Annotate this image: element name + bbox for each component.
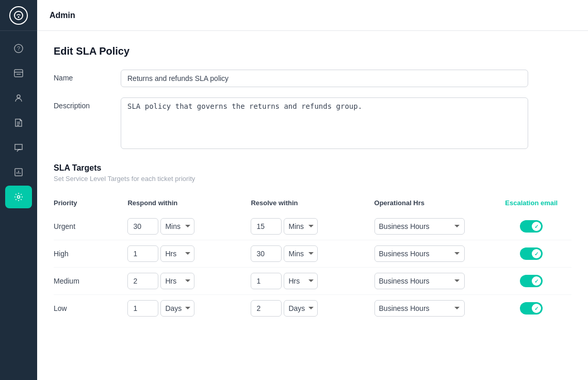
- priority-cell: Medium: [54, 268, 127, 295]
- svg-text:?: ?: [17, 45, 20, 52]
- svg-point-7: [18, 196, 20, 199]
- toggle-knob: ✓: [532, 276, 541, 286]
- escalation-cell: ✓: [498, 268, 571, 295]
- resolve-cell: MinsHrsDays: [251, 295, 374, 322]
- sidebar-navigation: ?: [5, 31, 32, 380]
- svg-rect-4: [14, 70, 23, 77]
- resolve-unit-select-medium[interactable]: MinsHrsDays: [284, 273, 318, 289]
- resolve-value-input-low[interactable]: [251, 300, 282, 317]
- escalation-cell: ✓: [498, 295, 571, 322]
- sidebar-item-settings[interactable]: [5, 186, 32, 208]
- svg-point-1: [18, 16, 20, 18]
- content-area: Edit SLA Policy Name Description SLA pol…: [37, 31, 588, 380]
- priority-cell: High: [54, 240, 127, 268]
- sidebar-logo: [0, 0, 37, 31]
- respond-value-input-low[interactable]: [127, 300, 158, 317]
- respond-unit-select-urgent[interactable]: MinsHrsDays: [160, 218, 194, 235]
- resolve-cell: MinsHrsDays: [251, 240, 374, 268]
- resolve-value-input-high[interactable]: [251, 245, 282, 262]
- sidebar-item-help[interactable]: ?: [5, 37, 32, 60]
- col-priority: Priority: [54, 195, 127, 213]
- escalation-cell: ✓: [498, 240, 571, 268]
- name-input[interactable]: [121, 70, 528, 87]
- resolve-cell: MinsHrsDays: [251, 268, 374, 295]
- svg-point-5: [17, 95, 20, 98]
- toggle-knob: ✓: [532, 249, 541, 258]
- respond-value-input-high[interactable]: [127, 245, 158, 262]
- name-label: Name: [54, 70, 121, 82]
- name-field-group: Name: [54, 70, 571, 87]
- ops-hrs-cell: Business HoursCalendar Hours: [374, 295, 498, 322]
- ops-hrs-select-urgent[interactable]: Business HoursCalendar Hours: [374, 218, 465, 235]
- toggle-checkmark-icon: ✓: [534, 278, 538, 284]
- respond-cell: MinsHrsDays: [127, 213, 251, 240]
- resolve-value-input-urgent[interactable]: [251, 218, 282, 235]
- ops-hrs-cell: Business HoursCalendar Hours: [374, 240, 498, 268]
- toggle-checkmark-icon: ✓: [534, 306, 538, 311]
- col-escalation: Escalation email: [498, 195, 571, 213]
- description-label: Description: [54, 97, 121, 110]
- sidebar-item-reports[interactable]: [5, 161, 32, 184]
- respond-value-input-medium[interactable]: [127, 273, 158, 289]
- main-content: Admin Edit SLA Policy Name Description S…: [37, 0, 588, 380]
- priority-cell: Urgent: [54, 213, 127, 240]
- ops-hrs-select-high[interactable]: Business HoursCalendar Hours: [374, 245, 465, 262]
- escalation-toggle-low[interactable]: ✓: [520, 302, 543, 315]
- sla-targets-subtitle: Set Service Level Targets for each ticke…: [54, 175, 571, 183]
- header: Admin: [37, 0, 588, 31]
- header-title: Admin: [50, 11, 75, 20]
- logo-icon: [9, 6, 28, 25]
- respond-unit-select-medium[interactable]: MinsHrsDays: [160, 273, 194, 289]
- ops-hrs-cell: Business HoursCalendar Hours: [374, 213, 498, 240]
- col-resolve: Resolve within: [251, 195, 374, 213]
- sla-targets-section: SLA Targets Set Service Level Targets fo…: [54, 163, 571, 322]
- svg-point-0: [14, 11, 23, 20]
- col-ops-hrs: Operational Hrs: [374, 195, 498, 213]
- ops-hrs-select-medium[interactable]: Business HoursCalendar Hours: [374, 273, 465, 289]
- sidebar-item-inbox[interactable]: [5, 62, 32, 85]
- respond-unit-select-low[interactable]: MinsHrsDays: [160, 300, 194, 317]
- escalation-toggle-urgent[interactable]: ✓: [520, 220, 543, 233]
- respond-cell: MinsHrsDays: [127, 268, 251, 295]
- ops-hrs-select-low[interactable]: Business HoursCalendar Hours: [374, 300, 465, 317]
- resolve-unit-select-urgent[interactable]: MinsHrsDays: [284, 218, 318, 235]
- description-input[interactable]: SLA policy that governs the returns and …: [121, 97, 528, 149]
- toggle-knob: ✓: [532, 304, 541, 313]
- ops-hrs-cell: Business HoursCalendar Hours: [374, 268, 498, 295]
- page-title: Edit SLA Policy: [54, 45, 571, 57]
- resolve-value-input-medium[interactable]: [251, 273, 282, 289]
- sidebar-item-conversations[interactable]: [5, 136, 32, 159]
- escalation-cell: ✓: [498, 213, 571, 240]
- toggle-knob: ✓: [532, 222, 541, 231]
- respond-cell: MinsHrsDays: [127, 240, 251, 268]
- respond-cell: MinsHrsDays: [127, 295, 251, 322]
- sla-targets-title: SLA Targets: [54, 163, 571, 173]
- sidebar-item-knowledge[interactable]: [5, 111, 32, 134]
- resolve-unit-select-high[interactable]: MinsHrsDays: [284, 245, 318, 262]
- table-row: LowMinsHrsDaysMinsHrsDaysBusiness HoursC…: [54, 295, 571, 322]
- sidebar-item-contacts[interactable]: [5, 87, 32, 109]
- toggle-checkmark-icon: ✓: [534, 224, 538, 229]
- description-field-group: Description SLA policy that governs the …: [54, 97, 571, 149]
- escalation-toggle-high[interactable]: ✓: [520, 247, 543, 260]
- respond-unit-select-high[interactable]: MinsHrsDays: [160, 245, 194, 262]
- respond-value-input-urgent[interactable]: [127, 218, 158, 235]
- sidebar: ?: [0, 0, 37, 380]
- col-respond: Respond within: [127, 195, 251, 213]
- sla-table: Priority Respond within Resolve within O…: [54, 195, 571, 322]
- toggle-checkmark-icon: ✓: [534, 251, 538, 257]
- resolve-unit-select-low[interactable]: MinsHrsDays: [284, 300, 318, 317]
- resolve-cell: MinsHrsDays: [251, 213, 374, 240]
- table-row: HighMinsHrsDaysMinsHrsDaysBusiness Hours…: [54, 240, 571, 268]
- table-row: UrgentMinsHrsDaysMinsHrsDaysBusiness Hou…: [54, 213, 571, 240]
- escalation-toggle-medium[interactable]: ✓: [520, 275, 543, 287]
- table-row: MediumMinsHrsDaysMinsHrsDaysBusiness Hou…: [54, 268, 571, 295]
- priority-cell: Low: [54, 295, 127, 322]
